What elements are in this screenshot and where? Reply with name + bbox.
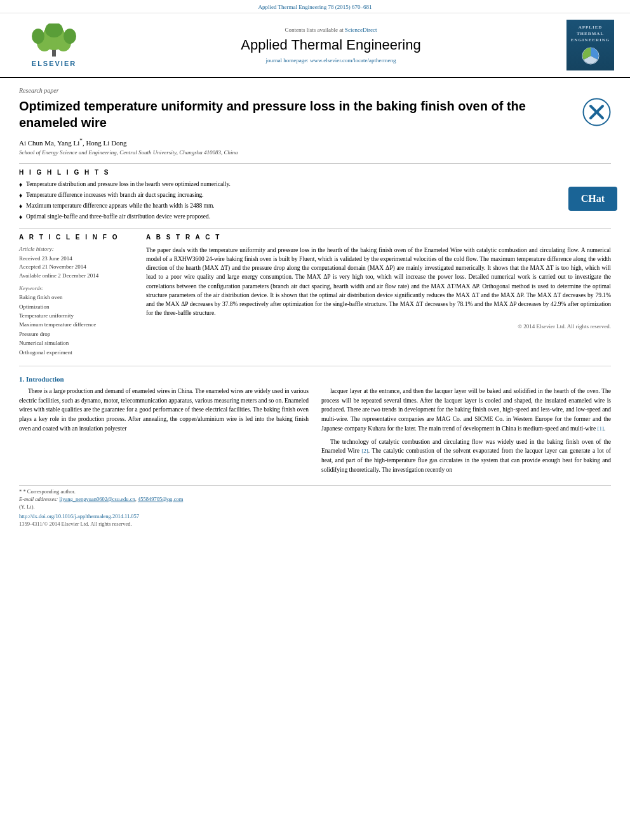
highlights-section: H I G H L I G H T S ♦ Temperature distri…: [19, 169, 611, 222]
ref-1: [1]: [598, 425, 605, 432]
footnote-section: * * Corresponding author. E-mail address…: [19, 485, 611, 528]
corresponding-author-note: * * Corresponding author.: [19, 488, 611, 496]
doi-text[interactable]: http://dx.doi.org/10.1016/j.applthermale…: [19, 513, 139, 519]
elsevier-wordmark: ELSEVIER: [32, 60, 76, 67]
introduction-section: 1. Introduction There is a large product…: [19, 375, 611, 479]
crossmark-icon: [582, 98, 611, 126]
svg-point-4: [32, 29, 44, 44]
bullet-icon-1: ♦: [19, 180, 22, 189]
bullet-icon-3: ♦: [19, 201, 22, 211]
intro-right-col: lacquer layer at the entrance, and then …: [321, 375, 611, 479]
keyword-2: Optimization: [19, 302, 133, 311]
authors-abbr: (Y. Li).: [19, 503, 611, 511]
copyright-line: © 2014 Elsevier Ltd. All rights reserved…: [146, 323, 611, 330]
accepted-date: Accepted 21 November 2014: [19, 263, 133, 272]
keyword-6: Numerical simulation: [19, 338, 133, 347]
highlight-text-1: Temperature distribution and pressure lo…: [26, 180, 231, 189]
intro-left-col: 1. Introduction There is a large product…: [19, 375, 309, 479]
article-info-title: A R T I C L E I N F O: [19, 234, 133, 241]
highlight-item-4: ♦ Optimal single-baffle and three-baffle…: [19, 212, 611, 222]
email-1[interactable]: liyang_nengyuan0602@csu.edu.cn: [59, 496, 135, 502]
doi-line[interactable]: http://dx.doi.org/10.1016/j.applthermale…: [19, 513, 611, 519]
divider-1: [19, 163, 611, 164]
keyword-5: Pressure drop: [19, 330, 133, 338]
sciencedirect-line: Contents lists available at ScienceDirec…: [108, 27, 554, 33]
footnote-text-content: * Corresponding author.: [23, 488, 75, 495]
intro-para-3: The technology of catalytic combustion a…: [321, 437, 611, 475]
intro-right-text: lacquer layer at the entrance, and then …: [321, 387, 611, 475]
history-label: Article history:: [19, 246, 133, 252]
divider-3: [19, 366, 611, 366]
abstract-text: The paper deals with the temperature uni…: [146, 246, 611, 318]
journal-reference-bar: Applied Thermal Engineering 78 (2015) 67…: [0, 0, 630, 13]
journal-title: Applied Thermal Engineering: [108, 37, 554, 53]
author-names: Ai Chun Ma, Yang Li*, Hong Li Dong: [19, 139, 127, 147]
intro-left-text: There is a large production and demand o…: [19, 387, 309, 434]
abstract-title: A B S T R A C T: [146, 234, 611, 241]
keyword-7: Orthogonal experiment: [19, 348, 133, 357]
divider-2: [19, 228, 611, 229]
intro-heading: 1. Introduction: [19, 375, 309, 383]
intro-para-1: There is a large production and demand o…: [19, 387, 309, 434]
bullet-icon-4: ♦: [19, 212, 22, 222]
crossmark-logo[interactable]: [582, 98, 611, 126]
paper-title-row: Optimized temperature uniformity and pre…: [19, 98, 611, 131]
highlight-text-2: Temperature difference increases with br…: [26, 190, 204, 199]
paper-title: Optimized temperature uniformity and pre…: [19, 98, 582, 131]
highlight-text-4: Optimal single-baffle and three-baffle a…: [26, 212, 210, 221]
keywords-label: Keywords:: [19, 285, 133, 291]
badge-line-1: APPLIED: [571, 25, 610, 31]
main-content: Research paper Optimized temperature uni…: [0, 78, 630, 533]
intro-para-2: lacquer layer at the entrance, and then …: [321, 387, 611, 434]
highlight-item-3: ♦ Maximum temperature difference appears…: [19, 201, 611, 211]
highlight-item-2: ♦ Temperature difference increases with …: [19, 190, 611, 200]
elsevier-tree-icon: [25, 23, 83, 58]
journal-badge-area: APPLIED THERMAL ENGINEERING: [566, 20, 617, 70]
affiliation: School of Energy Science and Engineering…: [19, 149, 611, 156]
keyword-1: Baking finish oven: [19, 293, 133, 302]
email-line: E-mail addresses: liyang_nengyuan0602@cs…: [19, 496, 611, 503]
email-label: E-mail addresses:: [19, 496, 59, 502]
keyword-3: Temperature uniformity: [19, 311, 133, 320]
bullet-icon-2: ♦: [19, 190, 22, 200]
highlight-item-1: ♦ Temperature distribution and pressure …: [19, 180, 611, 189]
journal-header: ELSEVIER Contents lists available at Sci…: [0, 13, 630, 78]
chat-button[interactable]: CHat: [568, 187, 617, 211]
badge-line-2: THERMAL: [571, 31, 610, 37]
issn-line: 1359-4311/© 2014 Elsevier Ltd. All right…: [19, 521, 611, 527]
keyword-4: Maximum temperature difference: [19, 320, 133, 329]
article-info-col: A R T I C L E I N F O Article history: R…: [19, 234, 133, 357]
chat-label: CHat: [581, 193, 605, 204]
journal-badge: APPLIED THERMAL ENGINEERING: [566, 20, 614, 70]
badge-line-3: ENGINEERING: [571, 37, 610, 44]
received-date: Received 23 June 2014: [19, 255, 133, 263]
intro-cols: 1. Introduction There is a large product…: [19, 375, 611, 479]
journal-title-area: Contents lists available at ScienceDirec…: [95, 27, 566, 63]
homepage-line[interactable]: journal homepage: www.elsevier.com/locat…: [108, 57, 554, 63]
ref-2: [2]: [361, 448, 368, 454]
sciencedirect-link[interactable]: ScienceDirect: [345, 27, 377, 33]
email-2[interactable]: 455849705@qq.com: [138, 496, 183, 502]
authors: Ai Chun Ma, Yang Li*, Hong Li Dong: [19, 137, 611, 147]
svg-point-5: [64, 29, 76, 44]
journal-ref-text: Applied Thermal Engineering 78 (2015) 67…: [258, 4, 372, 10]
paper-type: Research paper: [19, 83, 611, 94]
badge-chart-icon: [578, 46, 603, 65]
abstract-col: A B S T R A C T The paper deals with the…: [146, 234, 611, 357]
article-abstract-section: A R T I C L E I N F O Article history: R…: [19, 234, 611, 357]
highlights-title: H I G H L I G H T S: [19, 169, 611, 176]
elsevier-logo-area: ELSEVIER: [13, 23, 95, 67]
highlight-text-3: Maximum temperature difference appears w…: [26, 201, 215, 210]
available-date: Available online 2 December 2014: [19, 272, 133, 281]
